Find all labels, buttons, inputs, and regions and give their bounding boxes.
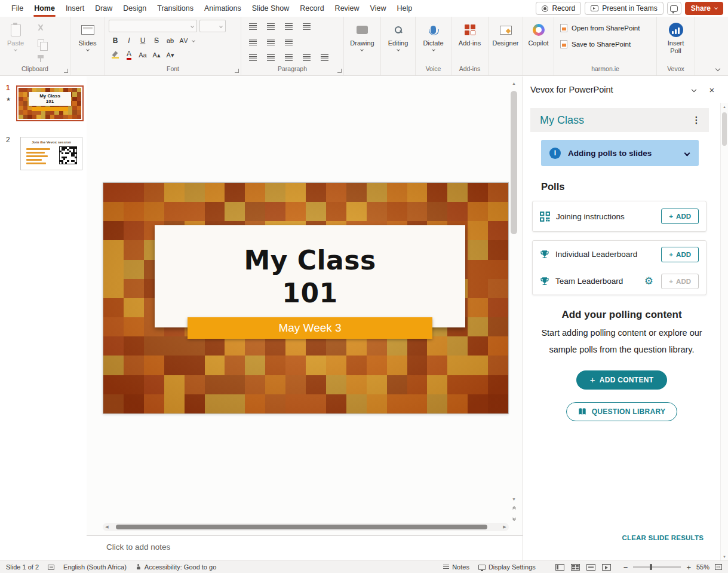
menu-tab-review[interactable]: Review: [330, 0, 365, 17]
addins-button[interactable]: Add-ins: [456, 19, 484, 47]
designer-button[interactable]: Designer: [490, 19, 521, 47]
menu-tab-insert[interactable]: Insert: [60, 0, 90, 17]
panel-scroll-thumb[interactable]: [722, 112, 727, 146]
menu-tab-file[interactable]: File: [6, 0, 29, 17]
font-color-button[interactable]: A: [122, 49, 136, 61]
chevron-down-icon[interactable]: [192, 39, 195, 42]
dictate-button[interactable]: Dictate: [420, 19, 447, 51]
double-strike-button[interactable]: ab: [164, 35, 177, 47]
bold-button[interactable]: B: [109, 35, 122, 47]
notes-pane[interactable]: Click to add notes: [87, 535, 523, 560]
line-spacing-button[interactable]: [282, 20, 295, 32]
horizontal-scroll-thumb[interactable]: [116, 525, 487, 529]
horizontal-scroll-track[interactable]: [111, 523, 500, 531]
fit-to-window-button[interactable]: [715, 564, 722, 570]
zoom-slider-thumb[interactable]: [650, 564, 652, 570]
text-direction-button[interactable]: [318, 51, 331, 63]
font-name-select[interactable]: [109, 20, 197, 32]
menu-tab-design[interactable]: Design: [118, 0, 152, 17]
copilot-button[interactable]: Copilot: [525, 19, 552, 47]
slide-2-thumbnail[interactable]: Join the Vevox session: [20, 137, 82, 170]
save-to-sharepoint-button[interactable]: Save to SharePoint: [557, 37, 654, 51]
add-joining-instructions-button[interactable]: + ADD: [661, 209, 699, 224]
zoom-out-button[interactable]: −: [623, 563, 628, 572]
add-content-button[interactable]: + ADD CONTENT: [576, 370, 667, 390]
editing-button[interactable]: Editing: [385, 19, 412, 51]
panel-scroll-up[interactable]: ▲: [721, 103, 728, 111]
share-button[interactable]: Share: [685, 2, 723, 15]
scroll-up-icon[interactable]: ▲: [509, 79, 518, 87]
notes-placeholder[interactable]: Click to add notes: [106, 543, 523, 551]
team-leaderboard-settings-button[interactable]: ⚙: [642, 275, 655, 287]
slide-title-box[interactable]: My Class 101: [155, 225, 465, 327]
align-left-button[interactable]: [246, 51, 259, 63]
previous-slide-button[interactable]: [509, 504, 518, 512]
scroll-right-icon[interactable]: ▶: [500, 525, 509, 529]
highlight-button[interactable]: [109, 49, 122, 61]
shrink-font-button[interactable]: A▾: [164, 49, 177, 61]
horizontal-scrollbar[interactable]: ◀ ▶: [103, 523, 509, 531]
slide-subtitle-bar[interactable]: May Week 3: [188, 317, 432, 339]
scroll-down-button[interactable]: ▼: [509, 495, 518, 503]
menu-tab-view[interactable]: View: [365, 0, 392, 17]
align-right-button[interactable]: [282, 51, 295, 63]
sort-button[interactable]: [300, 20, 313, 32]
zoom-level-label[interactable]: 55%: [696, 563, 709, 571]
scroll-left-icon[interactable]: ◀: [103, 525, 111, 529]
slide-sorter-view-button[interactable]: [571, 564, 580, 571]
paragraph-dialog-launcher[interactable]: [337, 69, 342, 73]
slideshow-view-button[interactable]: [602, 564, 611, 571]
increase-indent-button[interactable]: [264, 36, 277, 48]
menu-tab-slide-show[interactable]: Slide Show: [247, 0, 295, 17]
numbering-button[interactable]: [264, 20, 277, 32]
record-button[interactable]: Record: [536, 2, 581, 15]
zoom-in-button[interactable]: +: [686, 563, 691, 572]
menu-tab-transitions[interactable]: Transitions: [152, 0, 199, 17]
panel-collapse-button[interactable]: [685, 82, 703, 97]
language-button[interactable]: English (South Africa): [63, 563, 127, 571]
adding-polls-banner[interactable]: i Adding polls to slides: [541, 140, 699, 166]
display-settings-button[interactable]: Display Settings: [478, 563, 536, 571]
drawing-button[interactable]: Drawing: [348, 19, 376, 51]
slide-1-thumbnail[interactable]: My Class 101: [16, 85, 84, 121]
paste-button[interactable]: Paste: [2, 19, 29, 51]
session-menu-button[interactable]: ⋮: [687, 111, 705, 129]
panel-scroll-down[interactable]: ▼: [721, 553, 728, 560]
copy-button[interactable]: [34, 37, 47, 49]
menu-tab-home[interactable]: Home: [29, 0, 60, 17]
menu-tab-animations[interactable]: Animations: [199, 0, 247, 17]
align-center-button[interactable]: [264, 51, 277, 63]
character-spacing-button[interactable]: AV: [177, 35, 191, 47]
italic-button[interactable]: I: [122, 35, 136, 47]
change-case-button[interactable]: Aa: [136, 49, 149, 61]
justify-button[interactable]: [300, 51, 313, 63]
menu-tab-draw[interactable]: Draw: [90, 0, 118, 17]
slides-button[interactable]: Slides: [74, 19, 102, 51]
columns-button[interactable]: [282, 36, 295, 48]
add-individual-leaderboard-button[interactable]: + ADD: [661, 247, 699, 262]
spellcheck-button[interactable]: [48, 565, 54, 570]
grow-font-button[interactable]: A▴: [150, 49, 163, 61]
underline-button[interactable]: U: [136, 35, 149, 47]
normal-view-button[interactable]: [555, 564, 564, 571]
notes-toggle-button[interactable]: Notes: [443, 563, 469, 571]
insert-poll-button[interactable]: Insert Poll: [662, 19, 690, 54]
present-in-teams-button[interactable]: Present in Teams: [585, 2, 664, 15]
accessibility-button[interactable]: Accessibility: Good to go: [136, 563, 216, 571]
panel-close-button[interactable]: ×: [703, 82, 721, 97]
bullets-button[interactable]: [246, 20, 259, 32]
zoom-slider[interactable]: [633, 566, 681, 568]
menu-tab-help[interactable]: Help: [391, 0, 417, 17]
question-library-button[interactable]: QUESTION LIBRARY: [566, 402, 677, 421]
reading-view-button[interactable]: [586, 564, 595, 571]
next-slide-button[interactable]: [509, 514, 518, 522]
collapse-ribbon-button[interactable]: [715, 66, 720, 71]
slide-canvas[interactable]: My Class 101 May Week 3: [103, 182, 509, 414]
font-size-select[interactable]: [199, 20, 226, 32]
clear-slide-results-link[interactable]: CLEAR SLIDE RESULTS: [622, 534, 704, 541]
panel-scrollbar[interactable]: ▲ ▼: [720, 103, 728, 560]
menu-tab-record[interactable]: Record: [294, 0, 329, 17]
clipboard-dialog-launcher[interactable]: [64, 69, 68, 73]
decrease-indent-button[interactable]: [246, 36, 259, 48]
open-from-sharepoint-button[interactable]: Open from SharePoint: [557, 21, 654, 35]
